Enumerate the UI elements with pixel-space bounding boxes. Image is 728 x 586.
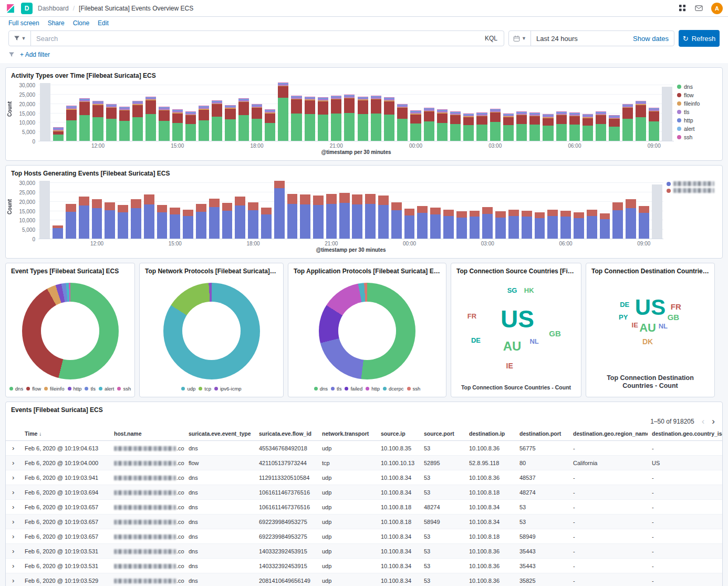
row-expander[interactable]: › [6, 485, 20, 500]
tag-cloud-word[interactable]: NL [659, 322, 668, 330]
tag-cloud-word[interactable]: IE [632, 321, 638, 329]
row-expander[interactable]: › [6, 470, 20, 485]
next-page-button[interactable]: › [712, 417, 715, 426]
legend-item[interactable]: udp [181, 386, 195, 392]
column-header-dst_ip[interactable]: destination.ip [465, 427, 515, 441]
time-range-value[interactable]: Last 24 hours [531, 35, 633, 43]
column-header-src_ip[interactable]: source.ip [377, 427, 420, 441]
apps-grid-icon[interactable] [679, 4, 687, 12]
tag-cloud-word[interactable]: GB [668, 313, 680, 322]
mail-icon[interactable] [695, 4, 703, 12]
row-expander[interactable]: › [6, 441, 20, 456]
tag-cloud-word[interactable]: DE [620, 301, 629, 309]
share-link[interactable]: Share [48, 19, 65, 27]
tag-cloud-word[interactable]: GB [549, 329, 561, 338]
tag-cloud-word[interactable]: SG [507, 286, 517, 294]
legend-item[interactable]: dns [314, 386, 328, 392]
legend-item[interactable]: dcerpc [383, 386, 404, 392]
bar-segment [313, 196, 324, 205]
column-header-dst_port[interactable]: destination.port [515, 427, 569, 441]
cell-host: .com [110, 441, 184, 456]
column-header-event_type[interactable]: suricata.eve.event_type [184, 427, 255, 441]
bar-stack [463, 114, 474, 141]
legend-item[interactable]: ssh [407, 386, 421, 392]
clone-link[interactable]: Clone [73, 19, 89, 27]
legend-item[interactable]: flow [26, 386, 41, 392]
y-tick-label: 15,000 [19, 110, 35, 116]
cell-region: - [569, 515, 648, 529]
tag-cloud-word[interactable]: NL [529, 337, 538, 345]
show-dates-link[interactable]: Show dates [633, 35, 674, 43]
row-expander[interactable]: › [6, 500, 20, 515]
legend-item[interactable] [667, 181, 718, 186]
legend-item[interactable]: ssh [677, 134, 718, 140]
kql-toggle[interactable]: KQL [479, 35, 504, 42]
legend-item[interactable] [667, 188, 718, 193]
legend-item[interactable]: alert [677, 126, 718, 132]
tag-cloud-word[interactable]: AU [639, 321, 656, 335]
edit-link[interactable]: Edit [98, 19, 109, 27]
tag-cloud-word[interactable]: US [501, 305, 534, 333]
column-header-time[interactable]: Time↓ [20, 427, 110, 441]
row-expander[interactable]: › [6, 456, 20, 470]
legend-item[interactable]: dns [9, 386, 23, 392]
row-expander[interactable]: › [6, 559, 20, 573]
row-expander[interactable]: › [6, 544, 20, 559]
legend-item[interactable]: tls [331, 386, 342, 392]
legend-item[interactable]: ipv6-icmp [214, 386, 242, 392]
legend-item[interactable]: fileinfo [44, 386, 64, 392]
legend-item[interactable]: dns [677, 84, 718, 90]
legend-item[interactable]: http [677, 117, 718, 124]
avatar[interactable]: A [711, 3, 723, 14]
legend-item[interactable]: failed [345, 386, 362, 392]
space-badge[interactable]: D [21, 3, 33, 14]
x-tick-label: 06:00 [559, 241, 573, 246]
full-screen-link[interactable]: Full screen [8, 19, 39, 27]
filter-icon[interactable] [8, 52, 15, 58]
calendar-menu-button[interactable]: ▼ [509, 31, 531, 46]
row-expander[interactable]: › [6, 515, 20, 529]
add-filter-link[interactable]: + Add filter [20, 51, 50, 58]
legend-item[interactable]: flow [677, 92, 718, 98]
legend-item[interactable]: http [366, 386, 380, 392]
cell-event_type: dns [184, 544, 255, 559]
bar-segment [522, 217, 532, 239]
saved-query-menu-button[interactable]: ▼ [9, 31, 31, 46]
search-input[interactable] [31, 35, 479, 43]
cell-dst_port: 48537 [515, 470, 569, 485]
tag-cloud-word[interactable]: DK [642, 337, 653, 346]
legend-item[interactable]: alert [99, 386, 114, 392]
refresh-button[interactable]: ↻ Refresh [679, 30, 720, 47]
column-header-iso[interactable]: destination.geo.country_iso_code [648, 427, 722, 441]
bar-segment [476, 116, 487, 125]
legend-item[interactable]: fileinfo [677, 100, 718, 107]
legend-item[interactable]: ssh [117, 386, 131, 392]
tag-cloud-word[interactable]: PY [619, 313, 628, 321]
legend-item[interactable]: tls [677, 109, 718, 115]
kibana-logo-icon[interactable] [5, 3, 16, 14]
column-header-flow_id[interactable]: suricata.eve.flow_id [255, 427, 318, 441]
column-header-region[interactable]: destination.geo.region_name [569, 427, 648, 441]
tag-cloud-word[interactable]: DE [471, 336, 481, 344]
tag-cloud-word[interactable]: IE [506, 362, 513, 370]
row-expander[interactable]: › [6, 529, 20, 544]
tag-cloud-word[interactable]: FR [671, 302, 681, 311]
legend-item[interactable]: http [68, 386, 82, 392]
tag-cloud-word[interactable]: FR [467, 312, 476, 320]
previous-page-button[interactable]: ‹ [702, 417, 705, 426]
bar-segment [291, 99, 301, 114]
legend-label: tls [337, 386, 342, 392]
tag-cloud-word[interactable]: HK [524, 286, 534, 294]
row-expander[interactable]: › [6, 573, 20, 586]
bar-stack [384, 97, 394, 141]
donut-chart [163, 283, 260, 379]
column-header-transport[interactable]: network.transport [318, 427, 377, 441]
legend-label: ssh [684, 134, 692, 140]
breadcrumb-dashboard[interactable]: Dashboard [38, 5, 69, 12]
tag-cloud-word[interactable]: AU [503, 339, 522, 354]
legend-item[interactable]: tcp [199, 386, 211, 392]
column-header-src_port[interactable]: source.port [420, 427, 465, 441]
legend-item[interactable]: tls [85, 386, 96, 392]
column-header-host[interactable]: host.name [110, 427, 184, 441]
tag-cloud-word[interactable]: US [635, 295, 665, 320]
